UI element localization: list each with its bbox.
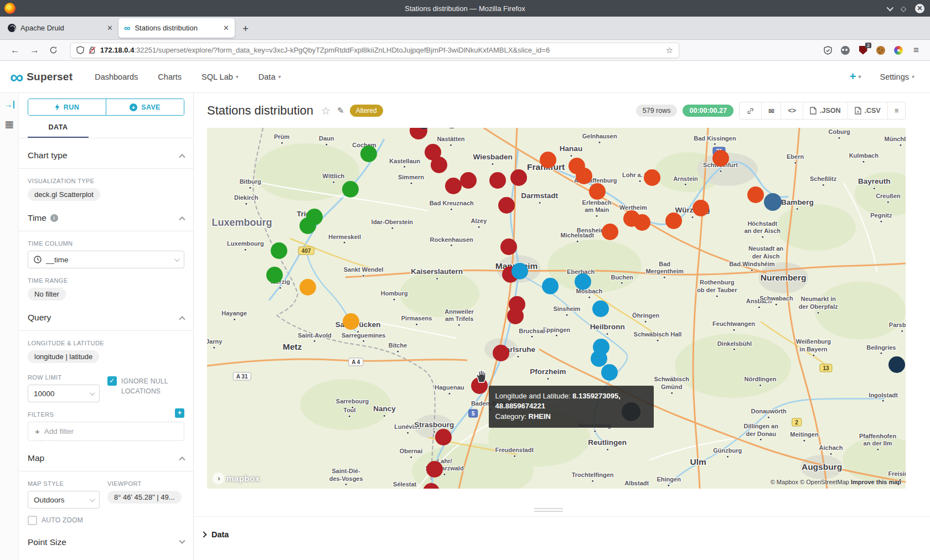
tab-apache-druid[interactable]: Apache Druid ✕	[2, 18, 118, 38]
cookie-extension-icon[interactable]	[876, 45, 886, 55]
map-data-point-cyan[interactable]	[542, 278, 559, 294]
map-data-point-red[interactable]	[426, 461, 443, 478]
edit-properties-icon[interactable]: ✎	[337, 106, 344, 116]
more-options-button[interactable]: ≡	[888, 102, 905, 119]
run-button[interactable]: RUN	[28, 99, 106, 115]
mapbox-attribution-link[interactable]: © Mapbox	[771, 479, 800, 485]
tab-stations-distribution[interactable]: ∞ Stations distribution ✕	[118, 18, 235, 38]
osm-attribution-link[interactable]: © OpenStreetMap	[800, 479, 851, 485]
improve-map-link[interactable]: Improve this map	[851, 479, 901, 485]
map-data-point-cyan[interactable]	[591, 350, 607, 367]
map-data-point-orangered[interactable]	[747, 186, 764, 203]
section-point-size[interactable]: Point Size	[28, 537, 184, 555]
superset-logo[interactable]: ∞ Superset	[10, 69, 73, 85]
map-data-point-navy[interactable]	[888, 356, 905, 373]
map-data-point-red[interactable]	[493, 345, 509, 361]
collapse-datasource-icon[interactable]: →	[4, 101, 14, 108]
panel-resize-handle[interactable]	[534, 508, 563, 514]
map-data-point-cyan[interactable]	[601, 364, 618, 381]
data-results-panel[interactable]: Data	[194, 516, 930, 560]
deckgl-map[interactable]: PrümDaunCochemNastättenKastellaunWiesbad…	[207, 128, 906, 489]
viz-type-value[interactable]: deck.gl Scatterplot	[28, 188, 100, 201]
privacy-mask-icon[interactable]	[840, 45, 850, 55]
map-data-point-red[interactable]	[445, 178, 462, 194]
map-data-point-red[interactable]	[435, 429, 452, 445]
new-chart-plus-button[interactable]: +▾	[850, 70, 861, 83]
pocket-shield-icon[interactable]	[823, 45, 833, 55]
new-tab-button[interactable]: +	[242, 23, 249, 35]
viewport-value[interactable]: 8° 46' 45.28" | 49...	[107, 491, 182, 504]
map-data-point-orangered[interactable]	[712, 150, 729, 167]
forward-button[interactable]: →	[30, 45, 39, 56]
map-data-point-orangered[interactable]	[693, 200, 709, 216]
menu-hamburger-icon[interactable]: ≡	[911, 45, 921, 55]
section-map[interactable]: Map	[28, 453, 184, 471]
nav-data[interactable]: Data▾	[259, 72, 281, 81]
nav-charts[interactable]: Charts	[158, 72, 182, 81]
tab-close-icon[interactable]: ✕	[223, 24, 229, 32]
map-data-point-green[interactable]	[360, 146, 377, 162]
reload-button[interactable]	[49, 46, 58, 54]
section-query[interactable]: Query	[28, 313, 184, 330]
copy-link-button[interactable]	[740, 102, 762, 119]
shield-icon[interactable]	[76, 46, 84, 54]
map-data-point-green[interactable]	[342, 181, 359, 198]
nav-settings[interactable]: Settings▾	[880, 72, 914, 81]
map-data-point-cyan[interactable]	[575, 273, 591, 290]
map-data-point-orangered[interactable]	[589, 183, 606, 200]
map-style-select[interactable]: Outdoors	[28, 491, 100, 509]
favorite-star-icon[interactable]: ☆	[321, 105, 330, 117]
row-limit-select[interactable]: 10000	[28, 385, 100, 402]
map-data-point-cyan[interactable]	[512, 263, 528, 279]
window-minimize-icon[interactable]	[887, 4, 894, 11]
ignore-null-checkbox[interactable]: ✓	[107, 376, 117, 386]
map-data-point-green[interactable]	[271, 242, 287, 259]
map-data-point-orangered[interactable]	[644, 169, 660, 186]
map-data-point-red[interactable]	[460, 172, 477, 189]
pinwheel-extension-icon[interactable]	[893, 45, 903, 55]
nav-dashboards[interactable]: Dashboards	[95, 72, 138, 81]
embed-code-button[interactable]: <>	[781, 102, 803, 119]
add-filter-plus-button[interactable]: +	[175, 408, 184, 418]
back-button[interactable]: ←	[11, 45, 20, 56]
map-data-point-red[interactable]	[510, 169, 527, 186]
map-data-point-green[interactable]	[299, 217, 316, 234]
map-data-point-orangered[interactable]	[634, 214, 650, 231]
map-data-point-orange[interactable]	[299, 279, 316, 295]
mapbox-logo[interactable]: ◑ mapbox	[213, 473, 260, 484]
tab-data[interactable]: DATA	[28, 123, 89, 138]
map-data-point-green[interactable]	[266, 267, 283, 283]
altered-badge[interactable]: Altered	[350, 105, 383, 117]
add-filter-box[interactable]: + Add filter	[28, 422, 184, 441]
map-data-point-red[interactable]	[500, 238, 517, 255]
section-time[interactable]: Timei	[28, 213, 184, 231]
bookmark-star-icon[interactable]: ☆	[666, 45, 673, 55]
time-column-select[interactable]: __time	[28, 251, 184, 268]
lock-insecure-icon[interactable]	[89, 46, 96, 54]
map-data-point-red[interactable]	[489, 172, 506, 189]
time-range-value[interactable]: No filter	[28, 288, 66, 300]
export-csv-button[interactable]: .CSV	[848, 102, 888, 119]
map-data-point-orangered[interactable]	[665, 212, 682, 229]
auto-zoom-checkbox[interactable]	[28, 516, 37, 525]
save-button[interactable]: + SAVE	[106, 99, 184, 115]
lonlat-value[interactable]: longitude | latitude	[28, 350, 99, 363]
map-data-point-orangered[interactable]	[602, 224, 618, 240]
nav-sql-lab[interactable]: SQL Lab▾	[202, 72, 239, 81]
window-maximize-icon[interactable]: ◇	[901, 4, 906, 13]
tab-close-icon[interactable]: ✕	[107, 24, 113, 32]
url-bar[interactable]: 172.18.0.4:32251/superset/explore/?form_…	[70, 43, 679, 58]
map-data-point-orangered[interactable]	[540, 152, 556, 168]
map-data-point-orangered[interactable]	[576, 168, 592, 184]
window-close-icon[interactable]: ✕	[915, 4, 924, 13]
map-data-point-cyan[interactable]	[592, 300, 609, 317]
map-data-point-red[interactable]	[507, 308, 524, 324]
map-data-point-orange[interactable]	[343, 313, 359, 330]
dataset-grid-icon[interactable]: ▦	[4, 118, 13, 130]
section-chart-type[interactable]: Chart type	[28, 151, 184, 168]
map-data-point-steel[interactable]	[764, 193, 782, 211]
ublock-icon[interactable]: 2	[858, 45, 868, 55]
email-share-button[interactable]: ✉	[762, 102, 781, 119]
map-data-point-red[interactable]	[498, 197, 515, 214]
map-data-point-red[interactable]	[431, 157, 447, 173]
